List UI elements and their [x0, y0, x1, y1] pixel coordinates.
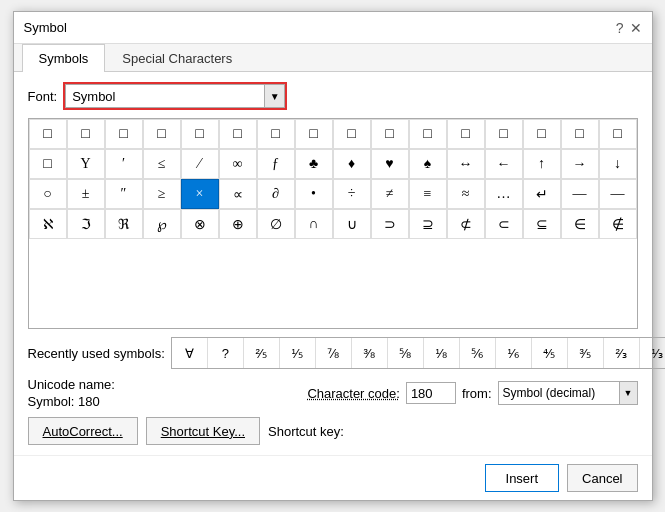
symbol-cell[interactable]: ⊗: [181, 209, 219, 239]
symbol-cell[interactable]: ⊃: [371, 209, 409, 239]
font-input[interactable]: [65, 84, 265, 108]
symbol-cell[interactable]: □: [333, 119, 371, 149]
symbol-cell[interactable]: ×: [181, 179, 219, 209]
symbol-cell[interactable]: ≤: [143, 149, 181, 179]
charcode-group: Character code: from: ▼: [307, 381, 637, 405]
symbol-cell[interactable]: □: [29, 119, 67, 149]
symbol-cell[interactable]: ∪: [333, 209, 371, 239]
recent-symbol-cell[interactable]: ⁵∕₆: [460, 338, 496, 368]
symbol-cell[interactable]: ±: [67, 179, 105, 209]
symbol-cell[interactable]: ↔: [447, 149, 485, 179]
recent-symbol-cell[interactable]: ¹∕₈: [424, 338, 460, 368]
charcode-input[interactable]: [406, 382, 456, 404]
symbol-cell[interactable]: ℘: [143, 209, 181, 239]
symbol-cell[interactable]: ≥: [143, 179, 181, 209]
shortcut-key-button[interactable]: Shortcut Key...: [146, 417, 260, 445]
symbol-cell[interactable]: ○: [29, 179, 67, 209]
symbol-cell[interactable]: ⊕: [219, 209, 257, 239]
symbol-cell[interactable]: —: [599, 179, 637, 209]
symbol-cell[interactable]: ♠: [409, 149, 447, 179]
symbol-cell[interactable]: □: [295, 119, 333, 149]
autocorrect-button[interactable]: AutoCorrect...: [28, 417, 138, 445]
insert-button[interactable]: Insert: [485, 464, 560, 492]
tab-special-characters[interactable]: Special Characters: [105, 44, 249, 72]
recent-symbol-cell[interactable]: ⁵∕₈: [388, 338, 424, 368]
from-input[interactable]: [499, 382, 619, 404]
unicode-name-label: Unicode name:: [28, 377, 115, 392]
cancel-button[interactable]: Cancel: [567, 464, 637, 492]
close-icon[interactable]: ✕: [630, 20, 642, 36]
symbol-cell[interactable]: ∈: [561, 209, 599, 239]
symbol-cell[interactable]: ≈: [447, 179, 485, 209]
symbol-cell[interactable]: □: [67, 119, 105, 149]
symbol-cell[interactable]: ∝: [219, 179, 257, 209]
symbol-cell[interactable]: □: [257, 119, 295, 149]
recent-symbol-cell[interactable]: ⁷∕₈: [316, 338, 352, 368]
symbol-cell[interactable]: ∕: [181, 149, 219, 179]
recent-symbol-cell[interactable]: ?: [208, 338, 244, 368]
symbol-cell[interactable]: ∩: [295, 209, 333, 239]
recent-symbol-cell[interactable]: ¹∕₆: [496, 338, 532, 368]
symbol-cell[interactable]: ←: [485, 149, 523, 179]
recent-symbol-cell[interactable]: ¹∕₃: [640, 338, 665, 368]
symbol-cell[interactable]: ↵: [523, 179, 561, 209]
buttons-row: AutoCorrect... Shortcut Key... Shortcut …: [28, 417, 638, 445]
symbol-cell[interactable]: ″: [105, 179, 143, 209]
symbol-cell[interactable]: □: [143, 119, 181, 149]
symbol-cell[interactable]: …: [485, 179, 523, 209]
title-bar: Symbol ? ✕: [14, 12, 652, 44]
symbol-cell[interactable]: —: [561, 179, 599, 209]
symbol-cell[interactable]: ′: [105, 149, 143, 179]
recently-used-label: Recently used symbols:: [28, 346, 165, 361]
symbol-cell[interactable]: ℵ: [29, 209, 67, 239]
symbol-cell[interactable]: □: [371, 119, 409, 149]
recent-symbol-cell[interactable]: ⁴∕₅: [532, 338, 568, 368]
symbol-cell[interactable]: ⊆: [523, 209, 561, 239]
symbol-cell[interactable]: ÷: [333, 179, 371, 209]
symbol-cell[interactable]: ↑: [523, 149, 561, 179]
symbol-cell[interactable]: ∞: [219, 149, 257, 179]
symbol-cell[interactable]: □: [29, 149, 67, 179]
symbol-cell[interactable]: ƒ: [257, 149, 295, 179]
symbol-cell[interactable]: ℑ: [67, 209, 105, 239]
symbol-cell[interactable]: □: [181, 119, 219, 149]
font-select-wrapper: ▼: [63, 82, 287, 110]
symbol-dialog: Symbol ? ✕ Symbols Special Characters Fo…: [13, 11, 653, 501]
symbol-cell[interactable]: □: [561, 119, 599, 149]
recent-symbol-cell[interactable]: ³∕₈: [352, 338, 388, 368]
symbol-cell[interactable]: ♣: [295, 149, 333, 179]
symbol-cell[interactable]: •: [295, 179, 333, 209]
recent-symbol-cell[interactable]: ³∕₅: [568, 338, 604, 368]
symbol-cell[interactable]: □: [219, 119, 257, 149]
symbol-cell[interactable]: ∉: [599, 209, 637, 239]
symbol-cell[interactable]: □: [485, 119, 523, 149]
tab-symbols[interactable]: Symbols: [22, 44, 106, 72]
symbol-cell[interactable]: ♥: [371, 149, 409, 179]
help-icon[interactable]: ?: [616, 20, 624, 36]
symbol-cell[interactable]: □: [599, 119, 637, 149]
recent-symbol-cell[interactable]: ²∕₃: [604, 338, 640, 368]
from-dropdown-btn[interactable]: ▼: [619, 382, 637, 404]
recent-symbol-cell[interactable]: ²∕₅: [244, 338, 280, 368]
symbol-cell[interactable]: □: [447, 119, 485, 149]
font-dropdown-btn[interactable]: ▼: [265, 84, 285, 108]
symbol-cell[interactable]: ℜ: [105, 209, 143, 239]
from-select-wrapper: ▼: [498, 381, 638, 405]
symbol-cell[interactable]: ≡: [409, 179, 447, 209]
symbol-cell[interactable]: ≠: [371, 179, 409, 209]
symbol-cell[interactable]: □: [523, 119, 561, 149]
symbol-cell[interactable]: ⊂: [485, 209, 523, 239]
symbol-cell[interactable]: □: [409, 119, 447, 149]
symbol-cell[interactable]: ⊇: [409, 209, 447, 239]
symbol-cell[interactable]: ⊄: [447, 209, 485, 239]
title-bar-controls: ? ✕: [616, 20, 642, 36]
recent-symbol-cell[interactable]: ¹∕₅: [280, 338, 316, 368]
symbol-cell[interactable]: Υ: [67, 149, 105, 179]
symbol-cell[interactable]: ∂: [257, 179, 295, 209]
symbol-cell[interactable]: □: [105, 119, 143, 149]
symbol-cell[interactable]: →: [561, 149, 599, 179]
symbol-cell[interactable]: ↓: [599, 149, 637, 179]
symbol-cell[interactable]: ♦: [333, 149, 371, 179]
recent-symbol-cell[interactable]: ∀: [172, 338, 208, 368]
symbol-cell[interactable]: ∅: [257, 209, 295, 239]
